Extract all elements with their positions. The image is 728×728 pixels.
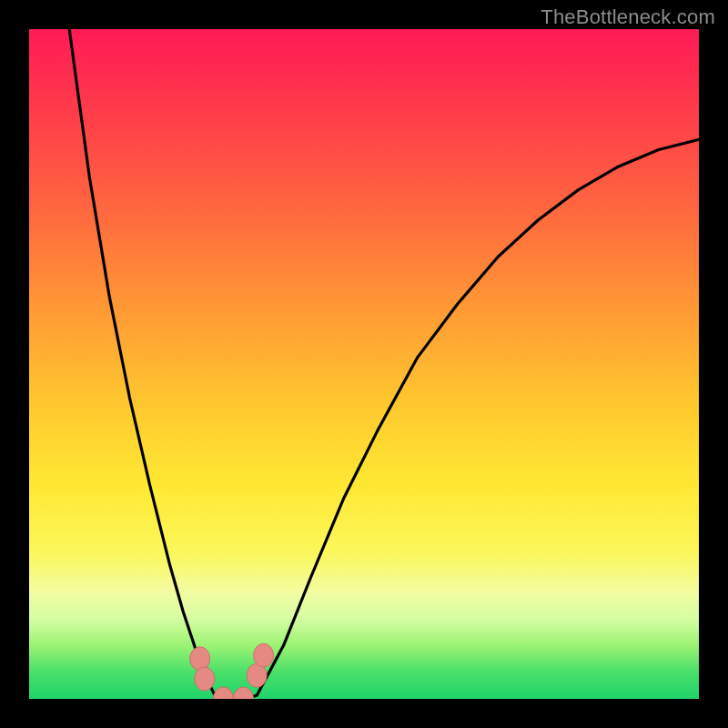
data-marker [254,643,274,667]
watermark-text: TheBottleneck.com [541,5,715,29]
data-marker [195,667,215,691]
plot-area [29,29,699,699]
data-marker [213,687,233,699]
chart-frame: TheBottleneck.com [0,0,728,728]
bottleneck-curve [69,29,699,699]
curve-svg [29,29,699,699]
data-marker [234,687,254,699]
